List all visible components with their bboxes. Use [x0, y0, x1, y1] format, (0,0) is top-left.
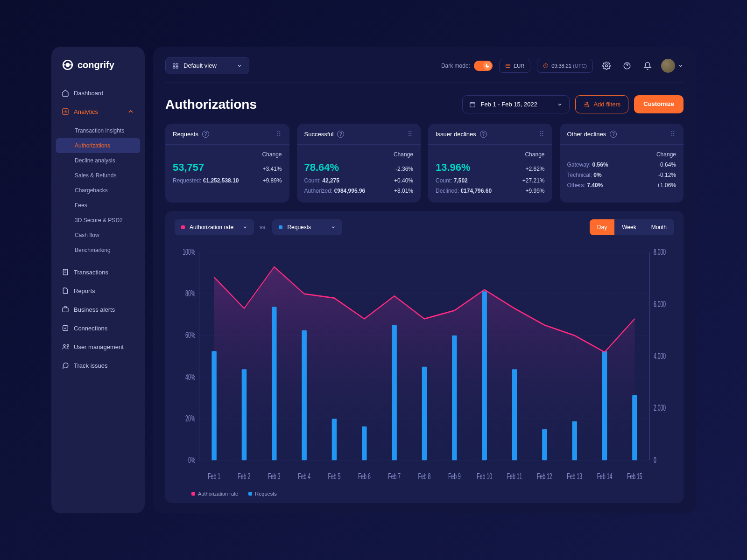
brand-logo-icon	[62, 59, 74, 71]
nav-connections[interactable]: Connections	[51, 319, 145, 337]
nav-issues[interactable]: Track issues	[51, 357, 145, 374]
nav: Dashboard Analytics Transaction insights…	[51, 84, 145, 374]
svg-text:Feb 11: Feb 11	[507, 471, 522, 481]
nav-users[interactable]: User management	[51, 338, 145, 356]
help-icon[interactable]: ?	[480, 131, 487, 138]
sub-benchmarking[interactable]: Benchmarking	[56, 243, 140, 258]
view-selector[interactable]: Default view	[165, 57, 249, 74]
sub-decline-analysis[interactable]: Decline analysis	[56, 153, 140, 168]
drag-handle-icon[interactable]: ⠿	[539, 130, 545, 138]
settings-button[interactable]	[599, 59, 613, 73]
svg-rect-7	[173, 63, 175, 65]
svg-rect-50	[632, 395, 637, 460]
kpi-card-head: Issuer declines ? ⠿	[428, 124, 552, 145]
nav-analytics[interactable]: Analytics	[51, 103, 145, 120]
date-range-picker[interactable]: Feb 1 - Feb 15, 2022	[462, 95, 570, 113]
svg-text:Feb 13: Feb 13	[567, 471, 582, 481]
briefcase-icon	[62, 306, 69, 313]
sub-chargebacks[interactable]: Chargebacks	[56, 183, 140, 198]
sub-sales-refunds[interactable]: Sales & Refunds	[56, 168, 140, 183]
svg-rect-46	[512, 369, 517, 460]
sub-fees[interactable]: Fees	[56, 198, 140, 213]
chart-icon	[62, 108, 69, 115]
sub-transaction-insights[interactable]: Transaction insights	[56, 123, 140, 138]
help-button[interactable]	[620, 59, 634, 73]
chart-area: 0%20%40%60%80%100%02.0004.0006.0008.000F…	[175, 244, 674, 486]
metric-b-select[interactable]: Requests	[272, 219, 342, 235]
svg-text:0%: 0%	[188, 455, 195, 465]
svg-text:Feb 12: Feb 12	[537, 471, 552, 481]
calendar-icon	[469, 101, 476, 108]
drag-handle-icon[interactable]: ⠿	[276, 130, 282, 138]
svg-rect-8	[176, 63, 178, 65]
svg-rect-9	[173, 66, 175, 68]
kpi-row: Count: 7,502+27.21%	[436, 177, 545, 184]
kpi-card-head: Requests ? ⠿	[165, 124, 289, 145]
svg-rect-43	[422, 367, 427, 461]
drag-handle-icon[interactable]: ⠿	[408, 130, 413, 138]
nav-alerts[interactable]: Business alerts	[51, 301, 145, 318]
grid-icon	[172, 63, 179, 69]
brand-name: congrify	[78, 60, 114, 70]
help-icon	[623, 62, 631, 70]
chevron-down-icon	[243, 225, 247, 230]
chevron-down-icon	[331, 225, 336, 230]
kpi-title: Requests	[173, 131, 198, 138]
kpi-card: Other declines ? ⠿ Change Gateway: 0.56%…	[560, 124, 684, 203]
sub-cashflow[interactable]: Cash flow	[56, 228, 140, 243]
svg-text:Feb 10: Feb 10	[477, 471, 492, 481]
chevron-up-icon	[127, 108, 134, 115]
kpi-row: Gateway: 0.56%-0.64%	[567, 161, 677, 168]
kpi-row: Others: 7.40%+1.06%	[567, 182, 677, 189]
page-header: Authorizations Feb 1 - Feb 15, 2022 Add …	[165, 83, 684, 124]
check-square-icon	[62, 324, 69, 332]
topbar: Default view Dark mode: EUR 09:38:21 (UT…	[165, 57, 684, 83]
help-icon[interactable]: ?	[202, 131, 209, 138]
kpi-row: Count: 42,275+0.40%	[304, 177, 414, 184]
svg-text:Feb 15: Feb 15	[627, 471, 642, 481]
add-filters-button[interactable]: Add filters	[575, 95, 628, 113]
sub-3dsecure[interactable]: 3D Secure & PSD2	[56, 213, 140, 228]
kpi-card: Issuer declines ? ⠿ Change 13.96%+2.62% …	[428, 124, 552, 203]
svg-text:Feb 5: Feb 5	[328, 471, 341, 481]
nav-transactions[interactable]: Transactions	[51, 263, 145, 281]
kpi-cards: Requests ? ⠿ Change 53,757+3.41% Request…	[165, 124, 684, 203]
svg-rect-40	[332, 419, 337, 460]
gran-week[interactable]: Week	[614, 219, 643, 235]
svg-text:8.000: 8.000	[654, 247, 666, 257]
gran-day[interactable]: Day	[590, 219, 614, 235]
customize-button[interactable]: Customize	[634, 95, 684, 113]
time-pill[interactable]: 09:38:21 (UTC)	[537, 59, 593, 73]
currency-pill[interactable]: EUR	[499, 59, 530, 73]
kpi-row: Requested: €1,252,538.10+9.89%	[173, 177, 282, 184]
svg-text:Feb 6: Feb 6	[358, 471, 371, 481]
users-icon	[62, 343, 69, 350]
svg-rect-49	[602, 351, 607, 460]
darkmode-toggle[interactable]	[474, 61, 493, 71]
svg-text:60%: 60%	[185, 330, 195, 340]
profile-menu[interactable]	[661, 59, 684, 73]
svg-rect-42	[392, 325, 396, 461]
help-icon[interactable]: ?	[337, 131, 344, 138]
svg-text:100%: 100%	[183, 247, 195, 257]
file-icon	[62, 287, 69, 294]
notifications-button[interactable]	[641, 59, 655, 73]
svg-text:Feb 2: Feb 2	[238, 471, 251, 481]
svg-text:Feb 4: Feb 4	[298, 471, 310, 481]
sub-authorizations[interactable]: Authorizations	[56, 138, 140, 153]
help-icon[interactable]: ?	[610, 131, 617, 138]
nav-dashboard[interactable]: Dashboard	[51, 84, 145, 102]
kpi-big-value: 78.64%	[304, 161, 339, 174]
sliders-icon	[583, 101, 590, 108]
page-title: Authorizations	[165, 97, 257, 112]
nav-analytics-sub: Transaction insights Authorizations Decl…	[51, 121, 145, 262]
drag-handle-icon[interactable]: ⠿	[670, 130, 676, 138]
svg-rect-45	[482, 291, 486, 460]
svg-text:40%: 40%	[185, 371, 195, 381]
chevron-down-icon	[237, 63, 242, 69]
kpi-card: Successful ? ⠿ Change 78.64%-2.36% Count…	[297, 124, 421, 203]
gran-month[interactable]: Month	[644, 219, 674, 235]
nav-reports[interactable]: Reports	[51, 282, 145, 300]
metric-a-select[interactable]: Authorization rate	[175, 219, 254, 235]
svg-text:Feb 1: Feb 1	[208, 471, 220, 481]
